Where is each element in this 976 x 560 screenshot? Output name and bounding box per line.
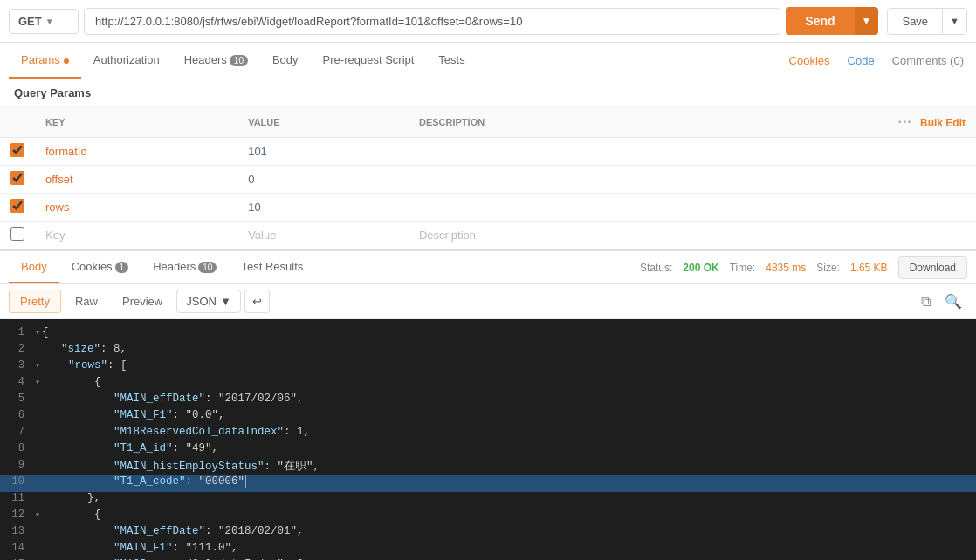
copy-icon[interactable]: ⧉ xyxy=(916,290,936,313)
collapse-arrow-icon[interactable]: ▾ xyxy=(35,378,40,387)
tab-response-body[interactable]: Body xyxy=(9,251,59,283)
json-line: 5 "MAIN_effDate": "2017/02/06", xyxy=(0,393,976,409)
headers-badge: 10 xyxy=(230,55,248,66)
json-line: 9 "MAIN_histEmployStatus": "在职", xyxy=(0,459,976,475)
url-bar: GET ▼ Send ▼ Save ▼ xyxy=(0,0,976,43)
url-input[interactable] xyxy=(84,8,780,35)
status-label: Status: xyxy=(640,262,672,274)
format-tab-pretty[interactable]: Pretty xyxy=(9,290,61,313)
tab-cookies[interactable]: Cookies xyxy=(786,44,834,78)
json-line: 14 "MAIN_F1": "111.0", xyxy=(0,542,976,558)
row3-checkbox[interactable] xyxy=(10,199,24,213)
row3-description xyxy=(409,194,689,222)
request-tabs: Params Authorization Headers10 Body Pre-… xyxy=(0,43,976,79)
format-tab-raw[interactable]: Raw xyxy=(65,290,108,312)
format-bar: Pretty Raw Preview JSON ▼ ↩ ⧉ 🔍 xyxy=(0,284,976,319)
json-line: 6 "MAIN_F1": "0.0", xyxy=(0,409,976,426)
save-button[interactable]: Save xyxy=(888,9,942,34)
tab-prerequest[interactable]: Pre-request Script xyxy=(311,43,427,79)
json-line: 1▾{ xyxy=(0,326,976,343)
row3-key: rows xyxy=(35,194,237,222)
row2-key: offset xyxy=(35,166,237,194)
json-line: 3▾ "rows": [ xyxy=(0,359,976,376)
json-line: 11 }, xyxy=(0,492,976,509)
json-line: 10 "T1_A_code": "00006" xyxy=(0,475,976,492)
status-bar: Status: 200 OK Time: 4835 ms Size: 1.65 … xyxy=(640,256,967,279)
query-params-header: Query Params xyxy=(0,79,976,107)
row3-value: 10 xyxy=(237,194,409,222)
response-headers-badge: 10 xyxy=(198,262,217,273)
json-line: 7 "M18ReservedCol_dataIndex": 1, xyxy=(0,426,976,442)
response-time: 4835 ms xyxy=(766,262,806,274)
tab-body[interactable]: Body xyxy=(260,43,311,79)
placeholder-value: Value xyxy=(237,222,409,249)
format-select[interactable]: JSON ▼ xyxy=(176,290,241,313)
row1-description xyxy=(409,138,689,166)
table-row-placeholder: Key Value Description xyxy=(0,222,976,249)
method-label: GET xyxy=(18,15,42,28)
send-button[interactable]: Send xyxy=(786,7,854,35)
tab-comments[interactable]: Comments (0) xyxy=(889,44,967,78)
collapse-arrow-icon[interactable]: ▾ xyxy=(35,361,40,371)
save-dropdown-button[interactable]: ▼ xyxy=(942,9,966,34)
json-line: 13 "MAIN_effDate": "2018/02/01", xyxy=(0,525,976,542)
wrap-button[interactable]: ↩ xyxy=(244,290,270,313)
tab-response-cookies[interactable]: Cookies1 xyxy=(59,251,141,283)
params-table: KEY VALUE DESCRIPTION ··· Bulk Edit form… xyxy=(0,107,976,249)
tab-response-headers[interactable]: Headers10 xyxy=(141,251,229,283)
row2-description xyxy=(409,166,689,194)
tab-headers[interactable]: Headers10 xyxy=(172,43,260,79)
time-label: Time: xyxy=(730,262,756,274)
placeholder-description: Description xyxy=(409,222,689,249)
row1-key: formatId xyxy=(35,138,237,166)
tab-code[interactable]: Code xyxy=(844,44,878,78)
search-icon[interactable]: 🔍 xyxy=(939,290,967,313)
row1-checkbox[interactable] xyxy=(10,143,24,157)
format-tab-preview[interactable]: Preview xyxy=(112,290,173,312)
json-line: 4▾ { xyxy=(0,376,976,393)
placeholder-checkbox[interactable] xyxy=(10,227,24,241)
bulk-edit-button[interactable]: Bulk Edit xyxy=(920,117,966,129)
placeholder-key: Key xyxy=(35,222,237,249)
row1-value: 101 xyxy=(237,138,409,166)
row2-checkbox[interactable] xyxy=(10,171,24,185)
params-dot xyxy=(64,58,69,64)
json-line: 2 "size": 8, xyxy=(0,343,976,359)
col-value: VALUE xyxy=(237,107,409,138)
tab-test-results[interactable]: Test Results xyxy=(229,251,315,283)
send-button-group: Send ▼ xyxy=(786,7,878,35)
col-description: DESCRIPTION xyxy=(409,107,689,138)
three-dots-icon[interactable]: ··· xyxy=(897,114,911,129)
table-row: rows 10 xyxy=(0,194,976,222)
tab-tests[interactable]: Tests xyxy=(426,43,477,79)
col-actions: ··· Bulk Edit xyxy=(689,107,976,138)
status-code: 200 OK xyxy=(683,262,718,274)
json-line: 12▾ { xyxy=(0,509,976,525)
cookies-badge: 1 xyxy=(115,262,129,273)
format-value: JSON xyxy=(186,295,217,308)
row2-value: 0 xyxy=(237,166,409,194)
tab-params[interactable]: Params xyxy=(9,43,81,79)
json-editor[interactable]: 1▾{2 "size": 8,3▾ "rows": [4▾ {5 "MAIN_e… xyxy=(0,319,976,560)
right-tabs: Cookies Code Comments (0) xyxy=(786,44,967,78)
format-actions: ⧉ 🔍 xyxy=(916,290,967,313)
save-button-group: Save ▼ xyxy=(887,8,967,35)
response-size: 1.65 KB xyxy=(850,262,888,274)
tab-authorization[interactable]: Authorization xyxy=(81,43,172,79)
col-key: KEY xyxy=(35,107,237,138)
collapse-arrow-icon[interactable]: ▾ xyxy=(35,328,40,338)
table-row: formatId 101 xyxy=(0,138,976,166)
method-select[interactable]: GET ▼ xyxy=(9,9,79,34)
collapse-arrow-icon[interactable]: ▾ xyxy=(35,510,40,520)
send-dropdown-button[interactable]: ▼ xyxy=(855,7,879,35)
response-tabs: Body Cookies1 Headers10 Test Results Sta… xyxy=(0,249,976,284)
json-line: 8 "T1_A_id": "49", xyxy=(0,442,976,459)
method-chevron-icon: ▼ xyxy=(45,17,54,26)
table-row: offset 0 xyxy=(0,166,976,194)
download-button[interactable]: Download xyxy=(898,256,967,279)
size-label: Size: xyxy=(816,262,840,274)
format-chevron-icon: ▼ xyxy=(220,295,231,308)
